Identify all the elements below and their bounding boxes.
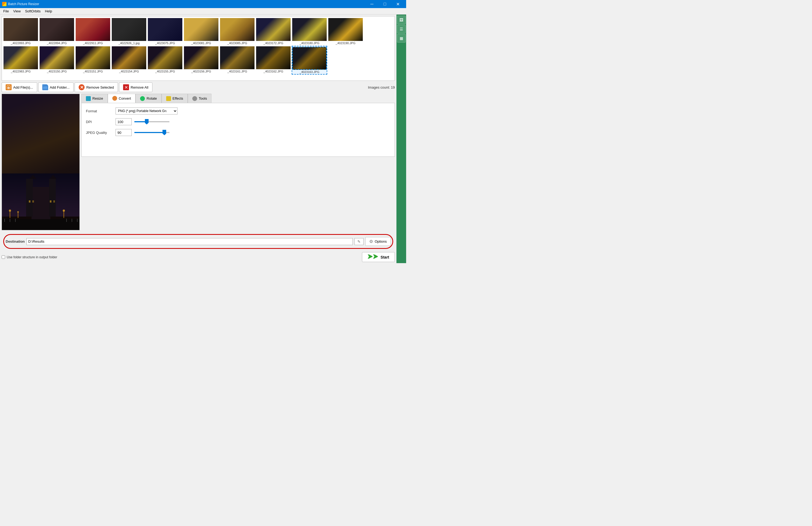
svg-rect-12 [29,200,30,203]
add-files-button[interactable]: Add File(s)... [2,83,37,92]
menu-view[interactable]: View [11,9,23,14]
remove-all-button[interactable]: ✕ Remove All [119,83,153,92]
options-button[interactable]: ⚙ Options [365,237,391,246]
tab-effects-label: Effects [173,97,184,101]
thumbnail [112,46,146,69]
thumbnail [256,18,291,41]
tab-rotate[interactable]: Rotate [135,94,161,103]
thumbnail-view-icon: 🖼 [400,18,403,22]
restore-button[interactable]: □ [379,0,391,8]
list-item[interactable]: _4023150.JPG [39,46,75,75]
images-count-label: Images count: [368,85,390,89]
sidebar-list-view-button[interactable]: ☰ [397,25,406,33]
bottom-bar: Use folder structure in output folder ⮞⮞… [0,251,396,263]
svg-point-17 [9,209,11,212]
add-folder-button[interactable]: Add Folder... [38,83,74,92]
file-name: _4023155.JPG [155,70,175,73]
file-name: _4023172.JPG [263,42,283,45]
add-folder-label: Add Folder... [50,85,70,89]
list-item[interactable]: _4023180.JPG [292,17,327,45]
list-item[interactable]: _4023190.JPG [328,17,363,45]
menu-file[interactable]: File [1,9,11,14]
sidebar-grid-view-button[interactable]: ▦ [397,34,406,43]
thumbnail [76,18,110,41]
format-label: Format [86,109,113,113]
app-icon [2,2,6,6]
dpi-label: DPI [86,120,113,124]
svg-rect-15 [53,200,55,203]
list-item[interactable]: _4023161.JPG [219,46,255,75]
add-folder-icon [42,84,48,90]
dpi-slider-container [134,121,170,122]
list-item[interactable]: _4022893.JPG [3,17,39,45]
thumbnail [40,46,74,69]
dpi-input[interactable] [116,118,132,125]
menu-softorbits[interactable]: SoftOrbits [23,9,43,14]
list-item[interactable]: _4023151.JPG [75,46,111,75]
settings-panel: Resize Convert Rotate Effects [81,94,395,230]
svg-rect-22 [2,219,80,230]
destination-select[interactable]: D:\Results [26,238,353,245]
thumbnail [3,18,38,41]
destination-row: Destination D:\Results ✎ ⚙ Options [3,234,393,249]
menu-help[interactable]: Help [43,9,54,14]
thumbnail [256,46,291,69]
list-item[interactable]: _4022894.JPG [39,17,75,45]
preview-image [2,94,79,230]
svg-rect-13 [32,200,34,203]
file-name: _4022926_1.jpg [118,42,140,45]
svg-point-21 [63,209,65,212]
list-item[interactable]: _4023172.JPG [256,17,291,45]
jpeg-quality-input[interactable] [116,129,132,136]
jpeg-quality-row: JPEG Quality [86,129,390,136]
list-item[interactable]: _4023155.JPG [147,46,183,75]
thumbnail [292,18,327,41]
menu-bar: File View SoftOrbits Help [0,8,406,15]
list-item[interactable]: _4023081.JPG [184,17,219,45]
list-item[interactable]: _4022926_1.jpg [111,17,147,45]
close-button[interactable]: ✕ [392,0,404,8]
destination-browse-button[interactable]: ✎ [354,238,364,245]
svg-rect-8 [26,179,33,217]
thumbnail [184,18,218,41]
tab-effects[interactable]: Effects [162,94,188,103]
start-button[interactable]: ⮞⮞ Start [362,252,395,262]
svg-rect-7 [31,187,50,219]
sidebar-thumbnail-view-button[interactable]: 🖼 [397,16,406,24]
thumbnail [76,46,110,69]
image-grid-container[interactable]: _4022893.JPG _4022894.JPG _4022911.JPG _… [2,16,395,81]
tab-resize[interactable]: Resize [81,94,108,103]
remove-selected-button[interactable]: ✕ Remove Selected [75,83,118,92]
grid-view-icon: ▦ [400,36,403,40]
thumbnail [184,46,218,69]
format-select[interactable]: PNG (*.png) Portable Network Graph JPEG … [116,107,177,115]
convert-tab-icon [112,96,117,101]
list-item[interactable]: _4023156.JPG [184,46,219,75]
file-name: _4022983.JPG [11,70,30,73]
jpeg-quality-slider[interactable] [134,132,170,133]
destination-input-wrapper: D:\Results [26,238,353,245]
dpi-slider[interactable] [134,121,170,122]
file-name: _4023162.JPG [263,70,283,73]
tab-tools[interactable]: Tools [188,94,212,103]
remove-selected-icon: ✕ [79,84,85,90]
minimize-button[interactable]: ─ [366,0,378,8]
list-item[interactable]: _4022983.JPG [3,46,39,75]
list-item[interactable]: _4023075.JPG [147,17,183,45]
file-name: _4023150.JPG [47,70,67,73]
title-bar: Batch Picture Resizer ─ □ ✕ [0,0,406,8]
jpeg-quality-slider-container [134,132,170,133]
list-item[interactable]: _4022911.JPG [75,17,111,45]
resize-tab-icon [86,96,91,101]
list-item[interactable]: _4023085.JPG [219,17,255,45]
remove-all-icon: ✕ [123,84,129,90]
bottom-area: Resize Convert Rotate Effects [0,94,396,232]
list-item[interactable]: _4023162.JPG [256,46,291,75]
options-label: Options [375,239,387,244]
list-item[interactable]: _4023154.JPG [111,46,147,75]
folder-structure-checkbox[interactable] [2,255,5,259]
tab-convert[interactable]: Convert [108,94,136,103]
tabs-row: Resize Convert Rotate Effects [81,94,395,103]
list-item[interactable]: _4023163.JPG [292,46,327,75]
file-name: _4023081.JPG [191,42,211,45]
